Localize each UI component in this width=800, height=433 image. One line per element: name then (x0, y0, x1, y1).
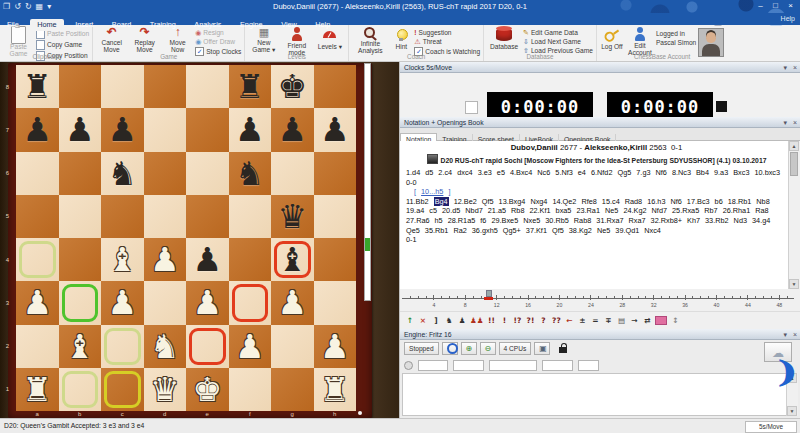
engine-field[interactable] (578, 360, 599, 371)
piece-black-pawn-c7[interactable]: ♟ (101, 108, 144, 151)
app-icon[interactable]: ❐ (3, 0, 10, 13)
minimize-button[interactable]: – (754, 1, 767, 11)
edit-account-button[interactable]: Edit Account (626, 26, 654, 53)
piece-black-pawn-e4[interactable]: ♟ (186, 238, 229, 281)
cpus-button[interactable]: 4 CPUs (499, 342, 532, 355)
move-list[interactable]: 1.d4 d5 2.c4 dxc4 3.e3 e5 4.Bxc4 Nc6 5.N… (406, 168, 787, 245)
piece-black-king-g8[interactable]: ♚ (271, 65, 314, 108)
engine-status-button[interactable]: Stopped (404, 342, 439, 355)
infinite-analysis-button[interactable]: Infinite Analysis (352, 26, 388, 53)
pane-close-icon[interactable]: × (793, 119, 797, 126)
copy-analysis-button[interactable]: ▣ (534, 342, 550, 355)
board-icon[interactable]: ▦ (36, 0, 44, 13)
annotation-piece-button[interactable]: ♞ (443, 314, 455, 327)
piece-black-rook-f8[interactable]: ♜ (229, 65, 272, 108)
annotation-updown-button[interactable]: ↕ (669, 314, 681, 327)
scroll-up-icon[interactable]: ▲ (789, 141, 799, 151)
engine-field[interactable] (453, 360, 484, 371)
piece-white-pawn-c3[interactable]: ♟ (101, 281, 144, 324)
piece-black-knight-f6[interactable]: ♞ (229, 152, 272, 195)
square-b6[interactable] (59, 152, 102, 195)
suggestion-button[interactable]: ! Suggestion (414, 29, 480, 37)
piece-black-pawn-f7[interactable]: ♟ (229, 108, 272, 151)
game-timeline-slider[interactable]: 4812162024283236404448 (400, 289, 800, 311)
annotation-equal-button[interactable]: = (589, 314, 601, 327)
engine-field[interactable] (418, 360, 448, 371)
square-h5[interactable] (314, 195, 357, 238)
piece-white-pawn-d4[interactable]: ♟ (144, 238, 187, 281)
chess-board[interactable]: ♜♜♚♟♟♟♟♟♟♞♞♛♝♟♟♝♟♟♟♟♝♞♟♟♜♛♚♜ (16, 65, 356, 411)
square-f5[interactable] (229, 195, 272, 238)
tab-training[interactable]: Training (143, 19, 183, 31)
annotation-blunder-button[interactable]: ?? (550, 314, 562, 327)
annotation-good-move-button[interactable]: ! (498, 314, 510, 327)
square-a2[interactable] (16, 325, 59, 368)
annotation-better-is-button[interactable]: ↑ (404, 314, 416, 327)
piece-black-pawn-h7[interactable]: ♟ (314, 108, 357, 151)
scroll-down-icon[interactable]: ▼ (787, 406, 797, 416)
database-button[interactable]: Database (487, 26, 521, 53)
tab-file[interactable]: File (0, 19, 26, 31)
lock-icon[interactable] (559, 347, 567, 353)
piece-white-king-e1[interactable]: ♚ (186, 368, 229, 411)
tab-insert[interactable]: Insert (68, 19, 100, 31)
log-off-button[interactable]: Log Off (600, 26, 624, 53)
piece-white-pawn-h2[interactable]: ♟ (314, 325, 357, 368)
square-b5[interactable] (59, 195, 102, 238)
pane-collapse-icon[interactable]: ▾ (783, 331, 787, 338)
piece-white-bishop-c4[interactable]: ♝ (101, 238, 144, 281)
annotation-delete-button[interactable]: × (417, 314, 429, 327)
edit-game-data-button[interactable]: ✎ Edit Game Data (523, 29, 593, 37)
annotation-pawn-structure-button[interactable]: ♟♟ (469, 314, 484, 327)
annotation-black-better-button[interactable]: ∓ (602, 314, 614, 327)
square-f1[interactable] (229, 368, 272, 411)
piece-black-pawn-b7[interactable]: ♟ (59, 108, 102, 151)
annotation-eraser-button[interactable] (654, 314, 668, 327)
square-e6[interactable] (186, 152, 229, 195)
load-next-game-button[interactable]: ⇩ Load Next Game (523, 38, 593, 46)
pane-collapse-icon[interactable]: ▾ (783, 119, 787, 126)
redo-icon[interactable]: ↻ (25, 0, 32, 13)
pane-collapse-icon[interactable]: ▾ (783, 64, 787, 71)
square-e7[interactable] (186, 108, 229, 151)
piece-white-knight-d2[interactable]: ♞ (144, 325, 187, 368)
square-g1[interactable] (271, 368, 314, 411)
piece-white-bishop-b2[interactable]: ♝ (59, 325, 102, 368)
piece-black-knight-c6[interactable]: ♞ (101, 152, 144, 195)
piece-white-pawn-a3[interactable]: ♟ (16, 281, 59, 324)
square-d6[interactable] (144, 152, 187, 195)
pane-close-icon[interactable]: × (793, 331, 797, 338)
square-d3[interactable] (144, 281, 187, 324)
scroll-down-icon[interactable]: ▼ (789, 279, 799, 289)
square-h4[interactable] (314, 238, 357, 281)
tab-home[interactable]: Home (30, 19, 63, 31)
qat-dropdown-icon[interactable]: ▾ (47, 0, 51, 13)
square-d7[interactable] (144, 108, 187, 151)
threat-button[interactable]: ⚠ Threat (414, 38, 480, 46)
piece-black-bishop-g4[interactable]: ♝ (271, 238, 314, 281)
square-e5[interactable] (186, 195, 229, 238)
help-link[interactable]: Help (781, 13, 795, 25)
notation-scrollbar[interactable]: ▲ ▼ (788, 141, 800, 289)
square-b8[interactable] (59, 65, 102, 108)
square-h8[interactable] (314, 65, 357, 108)
zoom-in-button[interactable]: ⊕ (461, 342, 477, 355)
variation-line[interactable]: [ 10...h5 ] (406, 187, 787, 197)
resize-grip-dot[interactable] (358, 411, 362, 415)
engine-field[interactable] (542, 360, 573, 371)
annotation-board-marker-button[interactable]: ▤ (615, 314, 627, 327)
pane-close-icon[interactable]: × (793, 64, 797, 71)
annotation-pawn-button[interactable]: ♟ (456, 314, 468, 327)
tab-help[interactable]: Help (308, 19, 337, 31)
square-f4[interactable] (229, 238, 272, 281)
annotation-interesting-button[interactable]: !? (511, 314, 523, 327)
square-b4[interactable] (59, 238, 102, 281)
annotation-dubious-button[interactable]: ?! (524, 314, 536, 327)
timeline-handle[interactable] (486, 290, 492, 297)
tab-analysis[interactable]: Analysis (187, 19, 228, 31)
piece-black-pawn-a7[interactable]: ♟ (16, 108, 59, 151)
tab-view[interactable]: View (274, 19, 304, 31)
piece-white-rook-a1[interactable]: ♜ (16, 368, 59, 411)
square-a6[interactable] (16, 152, 59, 195)
square-g2[interactable] (271, 325, 314, 368)
